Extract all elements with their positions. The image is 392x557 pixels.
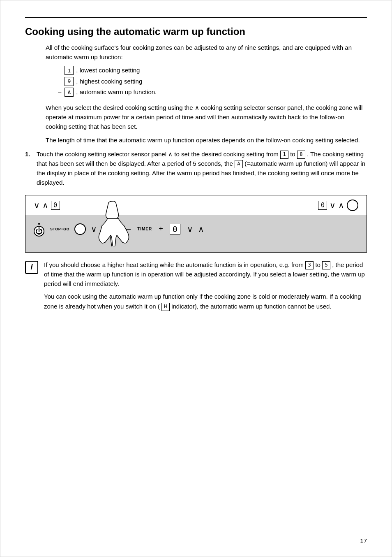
list-item: – 9 , highest cooking setting xyxy=(58,77,367,86)
plus-symbol: + xyxy=(159,225,163,233)
info-text-content: If you should choose a higher heat setti… xyxy=(44,260,367,311)
info-box: i If you should choose a higher heat set… xyxy=(25,260,367,311)
stop-go-label: STOP+GO xyxy=(50,227,69,231)
list-item: – A , automatic warm up function. xyxy=(58,88,367,97)
top-right-controls: 0 ∨ ∧ xyxy=(318,200,358,211)
to-value: 5 xyxy=(322,261,330,269)
power-button-group: ● ⏻ xyxy=(34,221,44,237)
step-1-section: 1. Touch the cooking setting selector se… xyxy=(25,149,367,188)
intro-paragraph: All of the cooking surface's four cookin… xyxy=(46,43,367,62)
cooktop-top-row: ∨ ∧ 0 0 ∨ ∧ xyxy=(25,195,367,215)
list-item: – 1 , lowest cooking setting xyxy=(58,66,367,75)
top-left-controls: ∨ ∧ 0 xyxy=(34,200,60,210)
bottom-chevron-down: ∨ xyxy=(91,224,97,234)
bottom-right-display-0: 0 xyxy=(170,224,180,234)
symbol-8-inline: 8 xyxy=(297,151,305,159)
h-indicator: H xyxy=(161,303,170,311)
dash-icon: – xyxy=(58,66,61,75)
bottom-right-chevron-down: ∨ xyxy=(187,224,193,234)
bullet-list: – 1 , lowest cooking setting – 9 , highe… xyxy=(58,66,367,97)
page-title: Cooking using the automatic warm up func… xyxy=(25,26,367,37)
page: Cooking using the automatic warm up func… xyxy=(0,0,392,557)
dash-icon: – xyxy=(58,77,61,86)
symbol-a: A xyxy=(65,88,74,97)
power-dot: ● xyxy=(38,221,40,226)
hand-press-group: 8 xyxy=(102,224,117,234)
finger-area: 8 xyxy=(102,224,117,234)
info-icon: i xyxy=(25,261,38,274)
top-right-circle xyxy=(347,200,358,211)
top-right-chevrons: ∨ ∧ xyxy=(330,200,344,210)
step-1-content: Touch the cooking setting selector senso… xyxy=(37,149,367,188)
timer-label: TIMER xyxy=(137,227,152,231)
info-paragraph-2: You can cook using the automatic warm up… xyxy=(44,292,367,311)
cooktop-bottom-row: ● ⏻ STOP+GO ∨ 8 — xyxy=(25,215,367,252)
body-paragraph-2: The length of time that the automatic wa… xyxy=(46,135,367,145)
symbol-1: 1 xyxy=(65,66,74,75)
power-icon: ⏻ xyxy=(34,226,44,237)
stop-go-group: STOP+GO xyxy=(50,227,69,231)
bottom-right-chevron-up: ∧ xyxy=(198,224,204,234)
bullet-label-2: , highest cooking setting xyxy=(76,77,142,86)
top-border xyxy=(25,17,367,18)
page-number: 17 xyxy=(360,537,367,544)
info-letter: i xyxy=(30,263,32,272)
bullet-label-3: , automatic warm up function. xyxy=(76,88,157,97)
info-paragraph-1: If you should choose a higher heat setti… xyxy=(44,260,367,289)
body-paragraph-1: When you select the desired cooking sett… xyxy=(46,103,367,132)
dash-icon: – xyxy=(58,88,61,97)
from-value: 3 xyxy=(305,261,314,269)
cooktop-diagram: ∨ ∧ 0 0 ∨ ∧ ● ⏻ STOP+GO ∨ xyxy=(25,195,367,253)
circle-button xyxy=(74,223,86,235)
step-number: 1. xyxy=(25,149,33,188)
symbol-a-inline: A xyxy=(235,160,243,168)
top-right-display: 0 xyxy=(318,201,327,210)
symbol-9: 9 xyxy=(65,77,74,86)
top-left-chevrons: ∨ ∧ xyxy=(34,200,48,210)
symbol-1-inline: 1 xyxy=(280,151,288,159)
top-left-display: 0 xyxy=(51,201,60,210)
bullet-label-1: , lowest cooking setting xyxy=(76,66,140,75)
hand-svg xyxy=(98,201,135,246)
